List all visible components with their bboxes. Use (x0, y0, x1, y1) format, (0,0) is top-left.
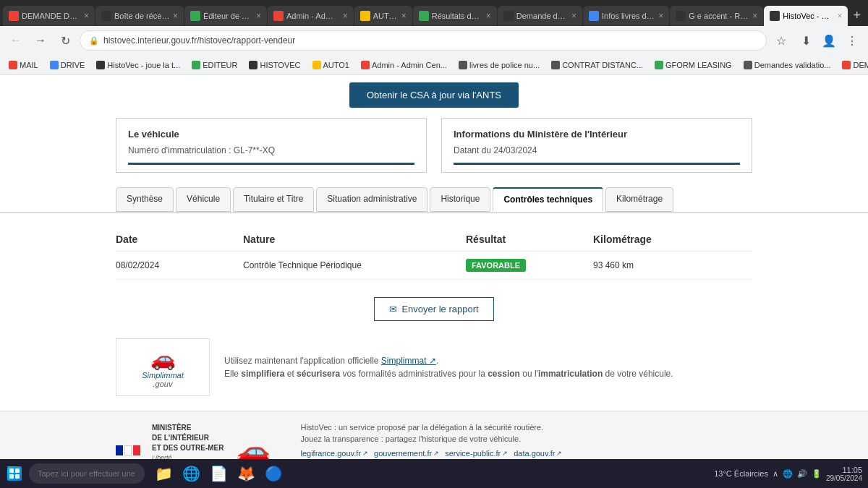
bookmark-livres[interactable]: livres de police nu... (456, 59, 542, 71)
bookmark-auto1[interactable]: AUTO1 (310, 59, 352, 71)
tab-histovec[interactable]: HistoVec - Rapp... × (764, 6, 848, 26)
bookmark-editeur[interactable]: EDITEUR (189, 59, 240, 71)
tab-close-icon[interactable]: × (343, 11, 348, 21)
tab-demande[interactable]: DEMANDE DE CC... × (3, 6, 95, 26)
footer-link-data[interactable]: data.gouv.fr (514, 449, 562, 458)
bookmark-label: DRIVE (61, 61, 85, 69)
bookmark-icon (459, 61, 467, 69)
csa-button[interactable]: Obtenir le CSA à jour via l'ANTS (349, 82, 519, 108)
taskbar-app-explorer[interactable]: 📁 (150, 461, 176, 487)
taskbar-app-chrome[interactable]: 🌐 (178, 461, 204, 487)
bookmark-admin[interactable]: Admin - Admin Cen... (358, 59, 450, 71)
table-container: Date Nature Résultat Kilométrage 08/02/2… (0, 228, 868, 280)
bookmark-icon (655, 61, 663, 69)
bookmark-label: Admin - Admin Cen... (372, 61, 447, 69)
bookmark-icon (551, 61, 560, 69)
nav-actions: ⬇ 👤 ⋮ (796, 30, 862, 51)
tab-boite[interactable]: Boîte de récepion... × (95, 6, 184, 26)
tab-close-icon[interactable]: × (84, 11, 89, 21)
tab-editeur[interactable]: Éditeur de docu... × (184, 6, 267, 26)
more-button[interactable]: ⋮ (842, 30, 862, 51)
bookmark-mail[interactable]: MAIL (6, 59, 41, 71)
bookmark-histovec2[interactable]: HISTOVEC (246, 59, 303, 71)
tab-label: Admin - Admin C... (286, 12, 340, 20)
ministry-card-value: Datant du 24/03/2024 (454, 145, 740, 155)
tab-close-icon[interactable]: × (571, 11, 576, 21)
bookmark-icon (192, 61, 200, 69)
send-report-button[interactable]: ✉ Envoyer le rapport (374, 297, 493, 321)
reload-button[interactable]: ↻ (55, 30, 75, 51)
tab-icon (190, 11, 200, 21)
ministry-name: MINISTÈREDE L'INTÉRIEURET DES OUTRE-MER (152, 423, 224, 453)
bookmark-label: GFORM LEASING (665, 61, 732, 69)
tab-icon (101, 11, 111, 21)
taskbar-search-input[interactable] (29, 463, 145, 484)
simplimmat-car-icon: 🚗 (150, 347, 176, 371)
bookmark-histovec[interactable]: HistoVec - joue la t... (93, 59, 183, 71)
new-tab-button[interactable]: + (848, 8, 865, 23)
bookmark-demande-cg[interactable]: DEMANDE CG -8M... (839, 59, 868, 71)
bookmark-gform[interactable]: GFORM LEASING (652, 59, 735, 71)
tab-close-icon[interactable]: × (658, 11, 663, 21)
simplimmat-text: Utilisez maintenant l'application offici… (224, 354, 673, 380)
bookmark-contrat[interactable]: CONTRAT DISTANC... (548, 59, 646, 71)
tab-vehicule[interactable]: Véhicule (176, 187, 231, 212)
tab-demande-cer[interactable]: Demande de cer... × (498, 6, 582, 26)
tab-close-icon[interactable]: × (486, 11, 491, 21)
tab-close-icon[interactable]: × (752, 11, 757, 21)
start-button[interactable] (3, 462, 26, 485)
taskbar-tray: 13°C Éclaircies ∧ 🌐 🔊 🔋 11:05 29/05/2024 (714, 466, 865, 482)
forward-button[interactable]: → (30, 30, 51, 51)
footer-link-legifrance[interactable]: legifrance.gouv.fr (300, 449, 368, 458)
tray-time-value: 11:05 (826, 466, 862, 474)
col-header-date: Date (116, 228, 243, 252)
address-bar[interactable]: 🔒 histovec.interieur.gouv.fr/histovec/ra… (80, 30, 767, 51)
tab-titulaire[interactable]: Titulaire et Titre (233, 187, 314, 212)
simplimmat-link[interactable]: Simplimmat ↗ (381, 356, 436, 366)
bookmark-drive[interactable]: DRIVE (47, 59, 88, 71)
row-result: FAVORABLE (466, 252, 593, 280)
bookmark-icon (312, 61, 321, 69)
profile-button[interactable]: 👤 (819, 30, 839, 51)
bookmark-icon (361, 61, 370, 69)
tab-icon (589, 11, 599, 21)
ministry-card: Informations du Ministère de l'Intérieur… (441, 118, 752, 173)
bookmark-demandes[interactable]: Demandes validatio... (741, 59, 834, 71)
tab-historique[interactable]: Historique (430, 187, 490, 212)
vehicle-cards: Le véhicule Numéro d'immatriculation : G… (0, 118, 868, 187)
tab-close-icon[interactable]: × (401, 11, 407, 21)
tab-resultats[interactable]: Résultats de rec... × (413, 6, 497, 26)
tab-google[interactable]: G e accent - Reche... × (670, 6, 763, 26)
tab-close-icon[interactable]: × (837, 11, 842, 21)
back-button[interactable]: ← (6, 30, 26, 51)
tab-close-icon[interactable]: × (256, 11, 261, 21)
tab-situation[interactable]: Situation administrative (316, 187, 427, 212)
tab-admin[interactable]: Admin - Admin C... × (268, 6, 354, 26)
tray-date-value: 29/05/2024 (826, 474, 862, 482)
tray-arrow: ∧ (773, 469, 778, 479)
taskbar-app-edge[interactable]: 🔵 (260, 461, 286, 487)
tabs-container: Synthèse Véhicule Titulaire et Titre Sit… (0, 187, 868, 213)
bookmark-button[interactable]: ☆ (771, 30, 791, 51)
footer-link-gouvernement[interactable]: gouvernement.fr (374, 449, 439, 458)
bookmark-label: AUTO1 (323, 61, 349, 69)
taskbar-app-firefox[interactable]: 🦊 (233, 461, 259, 487)
tab-kilometrage[interactable]: Kilométrage (605, 187, 673, 212)
tab-close-icon[interactable]: × (173, 11, 178, 21)
taskbar-app-acrobat[interactable]: 📄 (205, 461, 231, 487)
tab-synthese[interactable]: Synthèse (116, 187, 174, 212)
download-button[interactable]: ⬇ (796, 30, 816, 51)
col-header-km: Kilométrage (593, 228, 752, 252)
tab-label: Demande de cer... (516, 12, 569, 20)
vehicle-card: Le véhicule Numéro d'immatriculation : G… (116, 118, 427, 173)
tab-label: Éditeur de docu... (203, 12, 253, 20)
tab-controles[interactable]: Contrôles techniques (493, 187, 603, 212)
tab-auto1[interactable]: AUTO1 × (354, 6, 412, 26)
bookmark-icon (96, 61, 105, 69)
address-text: histovec.interieur.gouv.fr/histovec/rapp… (103, 35, 295, 46)
tab-label: G e accent - Reche... (689, 12, 749, 20)
bookmark-icon (50, 61, 59, 69)
footer-link-service-public[interactable]: service-public.fr (445, 449, 508, 458)
bookmark-label: DEMANDE CG -8M... (853, 61, 868, 69)
tab-infos[interactable]: Infos livres de po... × (583, 6, 669, 26)
